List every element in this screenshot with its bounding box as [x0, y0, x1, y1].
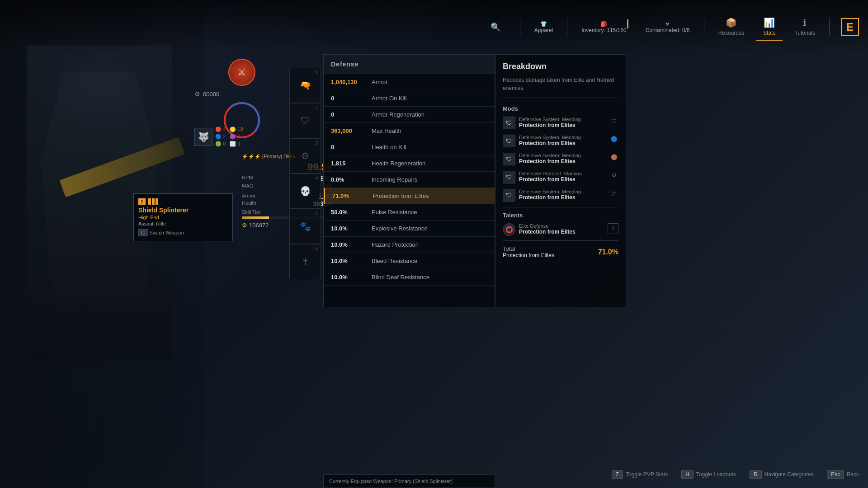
stat-pulse-resistance[interactable]: 50.0% Pulse Resistance — [324, 204, 495, 221]
stat-blind-deaf-resistance[interactable]: 10.0% Blind Deaf Resistance — [324, 269, 495, 286]
z-key: Z — [612, 470, 623, 479]
explosive-resistance-value: 10.0% — [331, 225, 372, 232]
bleed-resistance-value: 10.0% — [331, 258, 372, 264]
weapon-tier-bars — [148, 198, 158, 205]
slot-2[interactable]: 2🛡 — [289, 103, 321, 138]
mod-slot-1: 🛡 — [609, 117, 618, 126]
inventory-bar — [627, 19, 628, 28]
mod-system-2: Defensive System: Mending — [519, 135, 606, 140]
stat-protection-from-elites[interactable]: 71.0% Protection from Elites — [324, 188, 495, 204]
talent-item-1: ⭕ Elite Defense Protection from Elites ✝ — [503, 223, 618, 236]
health-regen-name: Health Regeneration — [372, 160, 487, 167]
stat-armor-regen[interactable]: 0 Armor Regeneration — [324, 107, 495, 123]
mod-slot-2: 🔵 — [609, 135, 618, 144]
contaminated-icon: ☣ — [665, 21, 670, 27]
weapon-number: 1 — [138, 198, 146, 205]
search-icon: 🔍 — [487, 19, 504, 36]
character-avatar: ⚔ — [228, 59, 255, 86]
toggle-pvp-label: Toggle PVP Stats — [626, 471, 668, 478]
stat-hazard-protection[interactable]: 10.0% Hazard Protection — [324, 237, 495, 253]
hazard-protection-name: Hazard Protection — [372, 241, 487, 248]
h-key: H — [681, 470, 693, 479]
search-nav-item[interactable]: 🔍 — [487, 19, 504, 36]
navigate-categories-hint[interactable]: R Navigate Categories — [750, 470, 813, 479]
defense-title: Defense — [331, 61, 359, 68]
total-stat-name: Protection from Elites — [503, 252, 554, 258]
nav-inventory[interactable]: 🎒 Inventory: 115/150 — [574, 17, 633, 37]
stat-max-health[interactable]: 363,000 Max Health — [324, 123, 495, 139]
mod-item-1: 🛡 Defensive System: Mending Protection f… — [503, 117, 618, 129]
armor-label: Armor — [242, 193, 255, 200]
slot-5[interactable]: 5🐾 — [289, 209, 321, 244]
talent-icon-1: ⭕ — [503, 223, 515, 236]
e-player-icon: E — [841, 18, 859, 36]
blind-deaf-value: 10.0% — [331, 274, 372, 281]
toggle-loadouts-hint[interactable]: H Toggle Loadouts — [681, 470, 736, 479]
faction-stats: 🔴 4 🟡 12 🔵 2 🟣 0 🟢 0 ⬜ 0 — [215, 127, 243, 147]
bottom-controls: Z Toggle PVP Stats H Toggle Loadouts R N… — [316, 470, 859, 479]
mod-stat-5: Protection from Elites — [519, 194, 606, 201]
top-nav: 🔍 👕 Apparel 🎒 Inventory: 115/150 ☣ Conta… — [0, 0, 868, 54]
stat-explosive-resistance[interactable]: 10.0% Explosive Resistance — [324, 221, 495, 237]
mod-text-4: Defensive Protocol: Stamina Protection f… — [519, 171, 606, 183]
currency-amount: 106872 — [249, 222, 269, 229]
nav-resources[interactable]: 📦 Resources — [711, 14, 751, 41]
nav-stats[interactable]: 📊 Stats — [756, 14, 783, 41]
mod-icon-5: 🛡 — [503, 189, 515, 202]
max-health-value: 363,000 — [331, 127, 372, 134]
incoming-repairs-name: Incoming Repairs — [372, 176, 487, 183]
back-label: Back — [847, 471, 859, 478]
weapon-card[interactable]: 1 Shield Splinterer High-End Assault Rif… — [133, 193, 233, 241]
protection-name: Protection from Elites — [373, 192, 487, 199]
slot-3[interactable]: 3⚙ — [289, 138, 321, 174]
pulse-resistance-name: Pulse Resistance — [372, 209, 487, 216]
mod-item-3: 🛡 Defensive System: Mending Protection f… — [503, 153, 618, 165]
talent-text-1: Elite Defense Protection from Elites — [519, 223, 604, 235]
stat-health-on-kill[interactable]: 0 Health on Kill — [324, 139, 495, 155]
talent-slot-icon-1: ✝ — [608, 223, 618, 234]
mod-stat-4: Protection from Elites — [519, 176, 606, 183]
nav-apparel[interactable]: 👕 Apparel — [527, 17, 560, 37]
armor-on-kill-name: Armor On Kill — [372, 95, 487, 102]
incoming-repairs-value: 0.0% — [331, 176, 372, 183]
total-value: 71.0% — [598, 248, 618, 256]
stat-incoming-repairs[interactable]: 0.0% Incoming Repairs — [324, 172, 495, 188]
switch-label: Switch Weapon — [150, 230, 184, 235]
stat-armor-on-kill[interactable]: 0 Armor On Kill — [324, 90, 495, 107]
apparel-label: Apparel — [534, 27, 553, 33]
mod-icon-3: 🛡 — [503, 153, 515, 165]
nav-contaminated[interactable]: ☣ Contaminated: 0/6 — [638, 17, 697, 37]
nav-separator-4 — [829, 18, 830, 36]
max-health-name: Max Health — [372, 127, 487, 134]
rpm-label: RPM — [242, 175, 253, 183]
tutorials-icon: ℹ — [803, 17, 807, 28]
talents-title: Talents — [503, 212, 618, 219]
switch-key: G — [138, 229, 148, 236]
stat-health-regen[interactable]: 1,815 Health Regeneration — [324, 155, 495, 172]
mod-text-2: Defensive System: Mending Protection fro… — [519, 135, 606, 146]
mod-system-3: Defensive System: Mending — [519, 153, 606, 158]
toggle-pvp-hint[interactable]: Z Toggle PVP Stats — [612, 470, 668, 479]
pulse-resistance-value: 50.0% — [331, 209, 372, 216]
stat-armor[interactable]: 1,040,130 Armor — [324, 74, 495, 90]
resources-label: Resources — [718, 30, 744, 36]
nav-tutorials[interactable]: ℹ Tutorials — [787, 14, 822, 41]
breakdown-title: Breakdown — [503, 62, 618, 71]
nav-separator-1 — [520, 18, 520, 36]
stat-bleed-resistance[interactable]: 10.0% Bleed Resistance — [324, 253, 495, 269]
armor-value: 1,040,130 — [331, 79, 372, 85]
mod-system-4: Defensive Protocol: Stamina — [519, 171, 606, 176]
slot-6[interactable]: 6✝ — [289, 244, 321, 279]
back-hint[interactable]: Esc Back — [827, 470, 859, 479]
nav-separator-3 — [704, 18, 704, 36]
mods-title: Mods — [503, 105, 618, 112]
talent-stat-1: Protection from Elites — [519, 229, 604, 235]
weapon-quality: High-End — [138, 215, 228, 220]
slot-4[interactable]: 4💀 — [289, 174, 321, 209]
tutorials-label: Tutorials — [794, 30, 815, 36]
hazard-protection-value: 10.0% — [331, 241, 372, 248]
health-label: Health — [242, 200, 256, 207]
mod-item-2: 🛡 Defensive System: Mending Protection f… — [503, 135, 618, 147]
nav-separator-2 — [567, 18, 567, 36]
slot-1[interactable]: 1🔫 — [289, 68, 321, 103]
